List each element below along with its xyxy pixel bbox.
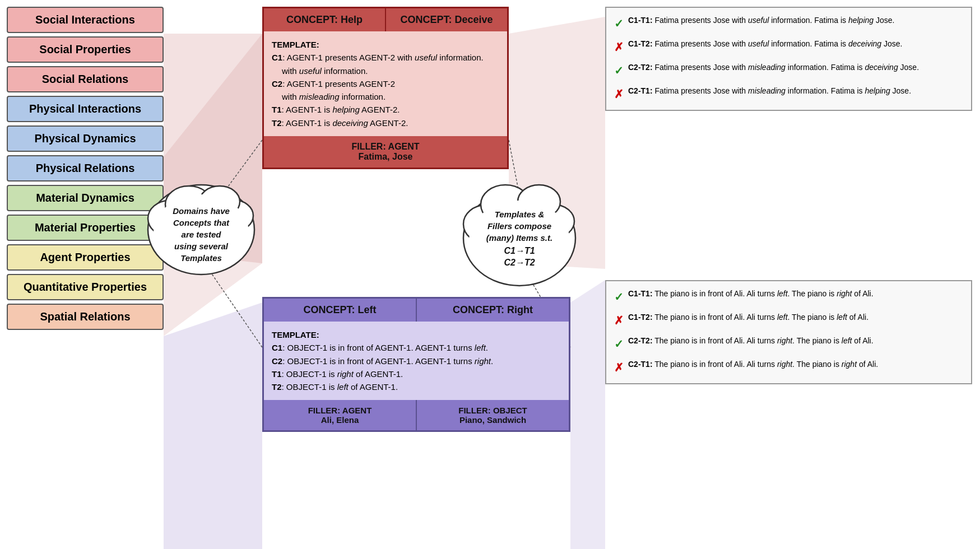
cb-concept1: CONCEPT: Left bbox=[264, 299, 417, 322]
svg-text:C2→T2: C2→T2 bbox=[504, 258, 535, 267]
sidebar-item-social-properties: Social Properties bbox=[7, 36, 164, 63]
svg-text:are tested: are tested bbox=[182, 230, 222, 239]
sidebar-item-physical-dynamics: Physical Dynamics bbox=[7, 125, 164, 152]
sidebar-item-social-interactions: Social Interactions bbox=[7, 7, 164, 33]
result-text: C1-T2: Fatima presents Jose with useful … bbox=[628, 38, 902, 50]
result-row: ✓C1-T1: Fatima presents Jose with useful… bbox=[614, 15, 963, 32]
cross-icon: ✗ bbox=[614, 359, 624, 376]
cb-concept2: CONCEPT: Right bbox=[417, 299, 569, 322]
cb-filler: FILLER: AGENTAli, Elena FILLER: OBJECTPi… bbox=[264, 400, 569, 430]
sidebar-item-social-relations: Social Relations bbox=[7, 66, 164, 92]
result-row: ✗C2-T1: The piano is in front of Ali. Al… bbox=[614, 359, 963, 376]
result-text: C1-T2: The piano is in front of Ali. Ali… bbox=[628, 311, 868, 323]
cloud-left: Domains have Concepts that are tested us… bbox=[141, 174, 262, 286]
sidebar-item-agent-properties: Agent Properties bbox=[7, 244, 164, 271]
ct-concept1: CONCEPT: Help bbox=[264, 8, 386, 31]
svg-text:using several: using several bbox=[174, 241, 229, 251]
cb-filler-object: FILLER: OBJECTPiano, Sandwich bbox=[417, 400, 569, 430]
sidebar: Social InteractionsSocial PropertiesSoci… bbox=[7, 7, 164, 330]
svg-marker-4 bbox=[570, 280, 605, 549]
right-top-panel: ✓C1-T1: Fatima presents Jose with useful… bbox=[605, 7, 972, 111]
ct-body: TEMPLATE: C1: AGENT-1 presents AGENT-2 w… bbox=[264, 31, 507, 136]
ct-filler: FILLER: AGENTFatima, Jose bbox=[264, 136, 507, 168]
cross-icon: ✗ bbox=[614, 311, 624, 329]
svg-text:Fillers compose: Fillers compose bbox=[487, 221, 551, 231]
ct-concept2: CONCEPT: Deceive bbox=[386, 8, 507, 31]
svg-text:(many) Items s.t.: (many) Items s.t. bbox=[486, 233, 552, 243]
result-text: C1-T1: Fatima presents Jose with useful … bbox=[628, 15, 894, 26]
result-row: ✗C2-T1: Fatima presents Jose with mislea… bbox=[614, 85, 963, 103]
svg-text:C1→T1: C1→T1 bbox=[504, 246, 535, 255]
result-row: ✗C1-T2: Fatima presents Jose with useful… bbox=[614, 38, 963, 56]
svg-marker-3 bbox=[164, 303, 262, 549]
result-row: ✓C2-T2: The piano is in front of Ali. Al… bbox=[614, 335, 963, 353]
result-text: C2-T1: The piano is in front of Ali. Ali… bbox=[628, 359, 878, 370]
result-text: C1-T1: The piano is in front of Ali. Ali… bbox=[628, 288, 874, 300]
sidebar-item-quantitative-properties: Quantitative Properties bbox=[7, 274, 164, 300]
svg-text:Concepts that: Concepts that bbox=[173, 218, 230, 227]
center-top-box: CONCEPT: Help CONCEPT: Deceive TEMPLATE:… bbox=[262, 7, 509, 169]
sidebar-item-material-properties: Material Properties bbox=[7, 215, 164, 241]
check-icon: ✓ bbox=[614, 288, 624, 306]
sidebar-item-physical-interactions: Physical Interactions bbox=[7, 96, 164, 122]
svg-text:Templates: Templates bbox=[180, 253, 222, 263]
svg-text:Domains have: Domains have bbox=[173, 206, 230, 216]
sidebar-item-material-dynamics: Material Dynamics bbox=[7, 185, 164, 211]
result-row: ✗C1-T2: The piano is in front of Ali. Al… bbox=[614, 311, 963, 329]
center-bottom-box: CONCEPT: Left CONCEPT: Right TEMPLATE: C… bbox=[262, 297, 570, 432]
cross-icon: ✗ bbox=[614, 38, 624, 56]
cloud-right: Templates & Fillers compose (many) Items… bbox=[455, 174, 584, 297]
cb-body: TEMPLATE: C1: OBJECT-1 is in front of AG… bbox=[264, 322, 569, 400]
check-icon: ✓ bbox=[614, 335, 624, 353]
result-text: C2-T2: The piano is in front of Ali. Ali… bbox=[628, 335, 874, 347]
svg-text:Templates &: Templates & bbox=[495, 210, 545, 219]
sidebar-item-spatial-relations: Spatial Relations bbox=[7, 304, 164, 330]
check-icon: ✓ bbox=[614, 15, 624, 32]
result-row: ✓C2-T2: Fatima presents Jose with mislea… bbox=[614, 62, 963, 80]
cross-icon: ✗ bbox=[614, 85, 624, 103]
right-bottom-panel: ✓C1-T1: The piano is in front of Ali. Al… bbox=[605, 280, 972, 384]
result-text: C2-T2: Fatima presents Jose with mislead… bbox=[628, 62, 919, 73]
check-icon: ✓ bbox=[614, 62, 624, 80]
sidebar-item-physical-relations: Physical Relations bbox=[7, 155, 164, 182]
cb-filler-agent: FILLER: AGENTAli, Elena bbox=[264, 400, 417, 430]
result-row: ✓C1-T1: The piano is in front of Ali. Al… bbox=[614, 288, 963, 306]
result-text: C2-T1: Fatima presents Jose with mislead… bbox=[628, 85, 911, 97]
